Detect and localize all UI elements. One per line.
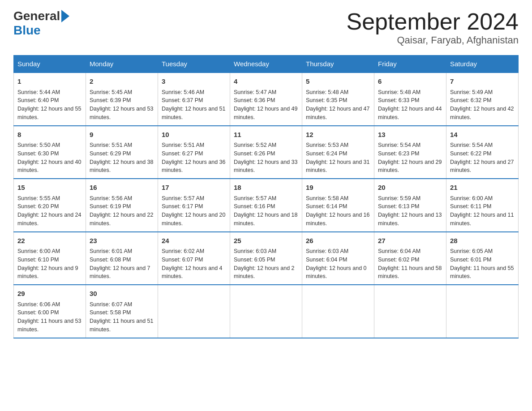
day-number: 28 [450,236,515,246]
sunset-text: Sunset: 6:27 PM [162,150,203,157]
daylight-text: Daylight: 12 hours and 16 minutes. [306,212,369,227]
daylight-text: Daylight: 11 hours and 58 minutes. [378,265,442,280]
sunrise-text: Sunrise: 6:06 AM [17,301,60,308]
day-number: 20 [378,183,442,193]
daylight-text: Daylight: 12 hours and 2 minutes. [234,265,295,280]
day-number: 12 [306,130,370,140]
daylight-text: Daylight: 12 hours and 18 minutes. [234,212,297,227]
sunrise-text: Sunrise: 6:02 AM [162,248,204,254]
day-number: 9 [90,130,154,140]
daylight-text: Daylight: 12 hours and 11 minutes. [450,212,514,227]
day-cell: 11Sunrise: 5:52 AMSunset: 6:26 PMDayligh… [230,126,302,179]
day-number: 10 [162,130,226,140]
sunset-text: Sunset: 6:22 PM [450,150,491,157]
daylight-text: Daylight: 12 hours and 27 minutes. [450,159,514,174]
day-number: 23 [90,236,154,246]
day-cell: 30Sunrise: 6:07 AMSunset: 5:58 PMDayligh… [86,285,158,338]
sunrise-text: Sunrise: 5:50 AM [17,142,60,148]
day-cell: 7Sunrise: 5:49 AMSunset: 6:32 PMDaylight… [446,73,519,126]
calendar-location: Qaisar, Faryab, Afghanistan [347,34,519,46]
sunrise-text: Sunrise: 5:57 AM [162,195,204,201]
sunset-text: Sunset: 6:02 PM [378,257,419,263]
sunrise-text: Sunrise: 6:00 AM [17,248,60,254]
sunset-text: Sunset: 6:19 PM [90,203,131,210]
sunset-text: Sunset: 6:33 PM [378,97,419,103]
daylight-text: Daylight: 12 hours and 24 minutes. [17,212,81,227]
day-number: 15 [17,183,82,193]
title-block: September 2024 Qaisar, Faryab, Afghanist… [347,9,519,46]
daylight-text: Daylight: 12 hours and 7 minutes. [90,265,150,280]
day-cell: 18Sunrise: 5:57 AMSunset: 6:16 PMDayligh… [230,179,302,232]
sunset-text: Sunset: 6:13 PM [378,203,419,210]
sunrise-text: Sunrise: 6:00 AM [450,195,493,201]
header-cell-monday: Monday [86,56,158,73]
daylight-text: Daylight: 11 hours and 55 minutes. [450,265,514,280]
day-number: 14 [450,130,515,140]
day-cell: 29Sunrise: 6:06 AMSunset: 6:00 PMDayligh… [14,285,86,338]
sunrise-text: Sunrise: 5:47 AM [234,89,276,95]
sunset-text: Sunset: 6:20 PM [17,203,59,210]
sunrise-text: Sunrise: 5:48 AM [378,89,420,95]
day-cell: 6Sunrise: 5:48 AMSunset: 6:33 PMDaylight… [374,73,446,126]
sunset-text: Sunset: 6:07 PM [162,257,203,263]
daylight-text: Daylight: 12 hours and 40 minutes. [17,159,81,174]
logo-blue-text: Blue [13,23,41,38]
day-number: 16 [90,183,154,193]
day-cell: 3Sunrise: 5:46 AMSunset: 6:37 PMDaylight… [158,73,230,126]
week-row-1: 1Sunrise: 5:44 AMSunset: 6:40 PMDaylight… [14,73,519,126]
day-number: 27 [378,236,442,246]
sunset-text: Sunset: 6:35 PM [306,97,347,103]
header-row: SundayMondayTuesdayWednesdayThursdayFrid… [14,56,519,73]
day-cell [158,285,230,338]
sunrise-text: Sunrise: 6:07 AM [90,301,132,308]
sunrise-text: Sunrise: 6:01 AM [90,248,132,254]
day-number: 11 [234,130,298,140]
day-cell: 13Sunrise: 5:54 AMSunset: 6:23 PMDayligh… [374,126,446,179]
day-cell: 5Sunrise: 5:48 AMSunset: 6:35 PMDaylight… [302,73,374,126]
day-cell: 9Sunrise: 5:51 AMSunset: 6:29 PMDaylight… [86,126,158,179]
sunset-text: Sunset: 6:04 PM [306,257,347,263]
sunrise-text: Sunrise: 5:58 AM [306,195,348,201]
day-cell: 12Sunrise: 5:53 AMSunset: 6:24 PMDayligh… [302,126,374,179]
sunset-text: Sunset: 6:24 PM [306,150,347,157]
sunset-text: Sunset: 6:26 PM [234,150,275,157]
sunset-text: Sunset: 6:16 PM [234,203,275,210]
daylight-text: Daylight: 12 hours and 51 minutes. [162,106,225,120]
day-number: 2 [90,77,154,87]
day-number: 22 [17,236,82,246]
day-number: 5 [306,77,370,87]
day-number: 6 [378,77,442,87]
sunrise-text: Sunrise: 5:48 AM [306,89,348,95]
sunrise-text: Sunrise: 6:05 AM [450,248,493,254]
sunrise-text: Sunrise: 5:51 AM [162,142,204,148]
daylight-text: Daylight: 12 hours and 22 minutes. [90,212,153,227]
logo: General Blue [13,9,69,38]
sunrise-text: Sunrise: 5:59 AM [378,195,420,201]
day-number: 4 [234,77,298,87]
sunrise-text: Sunrise: 5:54 AM [450,142,493,148]
daylight-text: Daylight: 12 hours and 29 minutes. [378,159,442,174]
day-cell: 25Sunrise: 6:03 AMSunset: 6:05 PMDayligh… [230,232,302,285]
daylight-text: Daylight: 12 hours and 36 minutes. [162,159,225,174]
header-cell-tuesday: Tuesday [158,56,230,73]
day-cell: 23Sunrise: 6:01 AMSunset: 6:08 PMDayligh… [86,232,158,285]
sunset-text: Sunset: 6:39 PM [90,97,131,103]
day-number: 29 [17,289,82,299]
daylight-text: Daylight: 12 hours and 47 minutes. [306,106,369,120]
sunset-text: Sunset: 5:58 PM [90,309,131,316]
sunrise-text: Sunrise: 5:56 AM [90,195,132,201]
day-cell: 4Sunrise: 5:47 AMSunset: 6:36 PMDaylight… [230,73,302,126]
sunrise-text: Sunrise: 5:53 AM [306,142,348,148]
week-row-4: 22Sunrise: 6:00 AMSunset: 6:10 PMDayligh… [14,232,519,285]
day-cell: 19Sunrise: 5:58 AMSunset: 6:14 PMDayligh… [302,179,374,232]
day-number: 25 [234,236,298,246]
daylight-text: Daylight: 12 hours and 33 minutes. [234,159,297,174]
daylight-text: Daylight: 12 hours and 55 minutes. [17,106,81,120]
daylight-text: Daylight: 12 hours and 44 minutes. [378,106,442,120]
day-number: 3 [162,77,226,87]
daylight-text: Daylight: 12 hours and 31 minutes. [306,159,369,174]
day-cell [374,285,446,338]
day-number: 17 [162,183,226,193]
page-header: General Blue September 2024 Qaisar, Fary… [13,9,519,46]
header-cell-thursday: Thursday [302,56,374,73]
